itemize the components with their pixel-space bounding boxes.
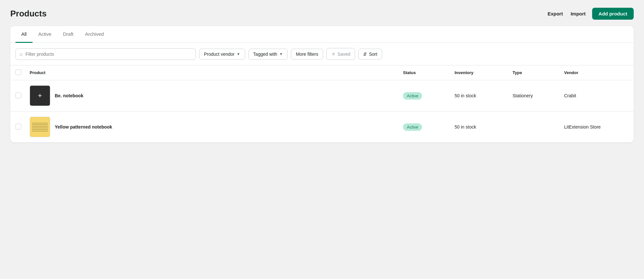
search-input[interactable]	[25, 52, 192, 57]
filters-row: ⌕ Product vendor ▼ Tagged with ▼ More fi…	[10, 43, 634, 65]
table-header: Product Status Inventory Type Vendor	[10, 65, 634, 80]
saved-button[interactable]: ★ Saved	[326, 48, 355, 60]
tab-active[interactable]: Active	[33, 26, 57, 43]
tagged-with-filter[interactable]: Tagged with ▼	[248, 49, 288, 60]
search-wrapper: ⌕	[15, 48, 196, 60]
vendor-cell-2: LitExtension Store	[564, 124, 629, 130]
search-icon: ⌕	[20, 51, 23, 57]
sort-icon: ⇵	[363, 52, 367, 57]
row-checkbox-2[interactable]	[15, 124, 21, 130]
tab-all[interactable]: All	[15, 26, 33, 43]
page-header: Products Export Import Add product	[10, 8, 634, 20]
more-filters-button[interactable]: More filters	[291, 49, 323, 60]
saved-label: Saved	[338, 52, 351, 57]
star-icon: ★	[331, 51, 336, 57]
product-vendor-label: Product vendor	[204, 52, 235, 57]
status-cell-1: Active	[403, 92, 455, 100]
yellow-line	[32, 128, 48, 128]
yellow-line	[32, 126, 48, 127]
status-badge-1: Active	[403, 92, 422, 100]
yellow-lines-decoration	[30, 121, 50, 133]
sort-button[interactable]: ⇵ Sort	[358, 49, 382, 60]
select-all-checkbox[interactable]	[15, 69, 21, 75]
add-product-button[interactable]: Add product	[592, 8, 634, 20]
tab-draft[interactable]: Draft	[57, 26, 80, 43]
tagged-with-label: Tagged with	[253, 52, 277, 57]
product-name-2[interactable]: Yellow patterned notebook	[55, 124, 112, 130]
product-thumbnail-2	[30, 117, 50, 137]
products-card: All Active Draft Archived ⌕ Product vend…	[10, 26, 634, 142]
chevron-down-icon: ▼	[236, 52, 240, 56]
yellow-line	[32, 124, 48, 125]
yellow-line	[32, 131, 48, 131]
import-button[interactable]: Import	[569, 8, 587, 19]
export-button[interactable]: Export	[546, 8, 564, 19]
yellow-line	[32, 129, 48, 130]
notebook-black-image	[30, 86, 50, 106]
product-vendor-filter[interactable]: Product vendor ▼	[199, 49, 245, 60]
inventory-cell-1: 50 in stock	[455, 93, 513, 98]
col-header-type: Type	[513, 70, 564, 75]
header-actions: Export Import Add product	[546, 8, 634, 20]
yellow-line	[32, 123, 48, 123]
vendor-cell-1: Crabit	[564, 93, 629, 98]
inventory-cell-2: 50 in stock	[455, 124, 513, 130]
notebook-yellow-image	[30, 117, 50, 137]
row-checkbox-cell-1	[15, 92, 30, 99]
product-cell-1: Be. notebook	[30, 85, 403, 106]
col-header-inventory: Inventory	[455, 70, 513, 75]
tabs-bar: All Active Draft Archived	[10, 26, 634, 43]
product-cell-2: Yellow patterned notebook	[30, 117, 403, 137]
col-header-status: Status	[403, 70, 455, 75]
product-name-1[interactable]: Be. notebook	[55, 93, 83, 98]
chevron-down-icon: ▼	[279, 52, 283, 56]
table-row: Yellow patterned notebook Active 50 in s…	[10, 111, 634, 142]
row-checkbox-1[interactable]	[15, 92, 21, 98]
page-title: Products	[10, 9, 47, 19]
select-all-checkbox-cell	[15, 69, 30, 76]
col-header-vendor: Vendor	[564, 70, 629, 75]
type-cell-1: Stationery	[513, 93, 564, 98]
col-header-product: Product	[30, 70, 403, 75]
status-cell-2: Active	[403, 123, 455, 131]
status-badge-2: Active	[403, 123, 422, 131]
product-thumbnail-1	[30, 85, 50, 106]
row-checkbox-cell-2	[15, 124, 30, 130]
tab-archived[interactable]: Archived	[79, 26, 110, 43]
sort-label: Sort	[369, 52, 377, 57]
table-row: Be. notebook Active 50 in stock Statione…	[10, 80, 634, 111]
